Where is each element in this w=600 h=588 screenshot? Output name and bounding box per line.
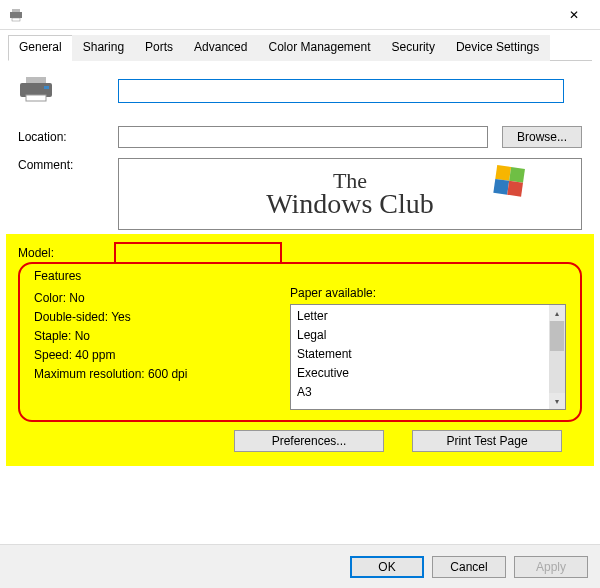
svg-rect-1	[12, 9, 20, 12]
tab-advanced[interactable]: Advanced	[183, 35, 258, 61]
model-label: Model:	[18, 246, 114, 260]
paper-available-label: Paper available:	[290, 286, 566, 300]
general-panel: Location: Browse... Comment: The Windows…	[0, 61, 600, 230]
scroll-down-icon[interactable]: ▾	[549, 393, 565, 409]
svg-rect-2	[12, 18, 20, 21]
tab-strip: General Sharing Ports Advanced Color Man…	[8, 34, 592, 61]
comment-input[interactable]: The Windows Club	[118, 158, 582, 230]
printer-name-row	[18, 75, 582, 106]
browse-button[interactable]: Browse...	[502, 126, 582, 148]
location-label: Location:	[18, 130, 118, 144]
print-test-page-button[interactable]: Print Test Page	[412, 430, 562, 452]
tab-general[interactable]: General	[8, 35, 73, 61]
comment-row: Comment: The Windows Club	[18, 158, 582, 230]
features-title: Features	[34, 269, 566, 283]
list-item[interactable]: Statement	[297, 345, 543, 364]
list-item[interactable]: Letter	[297, 307, 543, 326]
model-value-box	[114, 242, 282, 264]
feature-double-sided: Double-sided: Yes	[34, 310, 274, 324]
printer-name-input[interactable]	[118, 79, 564, 103]
close-icon: ✕	[569, 8, 579, 22]
feature-speed: Speed: 40 ppm	[34, 348, 274, 362]
tab-device-settings[interactable]: Device Settings	[445, 35, 550, 61]
scroll-thumb[interactable]	[550, 321, 564, 351]
dialog-button-bar: OK Cancel Apply	[0, 544, 600, 588]
preferences-button[interactable]: Preferences...	[234, 430, 384, 452]
svg-rect-5	[26, 95, 46, 101]
features-right: Paper available: Letter Legal Statement …	[290, 286, 566, 410]
comment-label: Comment:	[18, 158, 118, 172]
svg-rect-0	[10, 12, 22, 18]
scrollbar[interactable]: ▴ ▾	[549, 305, 565, 409]
ok-button[interactable]: OK	[350, 556, 424, 578]
logo-icon	[493, 165, 527, 199]
printer-icon-small	[8, 7, 24, 23]
highlighted-region: Model: Features Color: No Double-sided: …	[6, 234, 594, 466]
printer-icon-wrap	[18, 75, 118, 106]
watermark-text: wsxdn.com	[270, 524, 330, 536]
paper-list-items: Letter Legal Statement Executive A3	[291, 305, 549, 409]
apply-button[interactable]: Apply	[514, 556, 588, 578]
tab-security[interactable]: Security	[381, 35, 446, 61]
tab-color-management[interactable]: Color Management	[257, 35, 381, 61]
model-row: Model:	[18, 234, 582, 264]
location-row: Location: Browse...	[18, 126, 582, 148]
titlebar: ✕	[0, 0, 600, 30]
features-groupbox: Features Color: No Double-sided: Yes Sta…	[18, 262, 582, 422]
cancel-button[interactable]: Cancel	[432, 556, 506, 578]
svg-rect-6	[44, 86, 49, 89]
svg-rect-4	[26, 77, 46, 83]
feature-color: Color: No	[34, 291, 274, 305]
features-left: Color: No Double-sided: Yes Staple: No S…	[34, 286, 274, 410]
list-item[interactable]: Legal	[297, 326, 543, 345]
tab-ports[interactable]: Ports	[134, 35, 184, 61]
scroll-up-icon[interactable]: ▴	[549, 305, 565, 321]
preferences-row: Preferences... Print Test Page	[18, 422, 582, 452]
logo-text-line2: Windows Club	[266, 188, 434, 220]
feature-staple: Staple: No	[34, 329, 274, 343]
printer-icon	[18, 75, 54, 106]
list-item[interactable]: Executive	[297, 364, 543, 383]
list-item[interactable]: A3	[297, 383, 543, 402]
paper-list[interactable]: Letter Legal Statement Executive A3 ▴ ▾	[290, 304, 566, 410]
scroll-track[interactable]	[549, 321, 565, 393]
close-button[interactable]: ✕	[552, 1, 596, 29]
tab-sharing[interactable]: Sharing	[72, 35, 135, 61]
location-input[interactable]	[118, 126, 488, 148]
feature-resolution: Maximum resolution: 600 dpi	[34, 367, 274, 381]
